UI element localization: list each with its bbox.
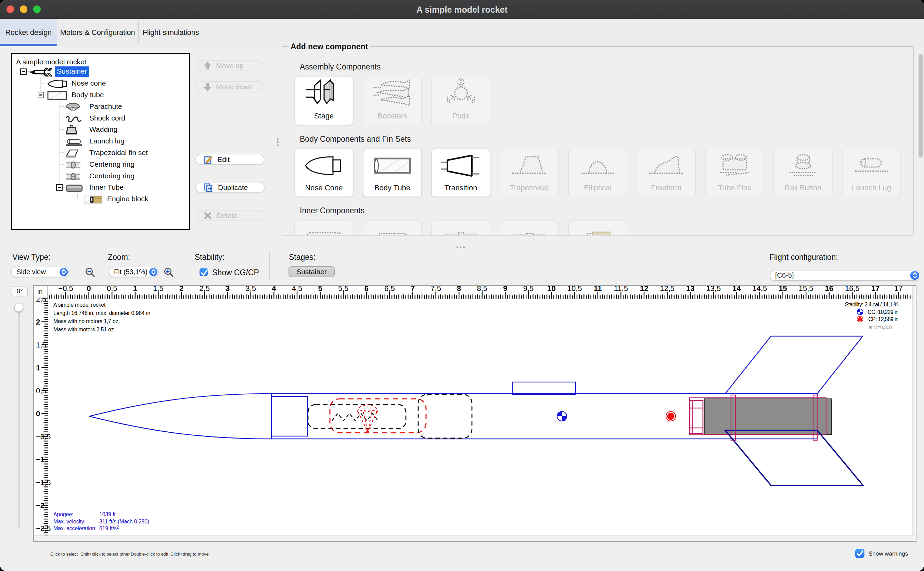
tree-item-shock-cord[interactable]: Shock cord xyxy=(89,113,125,123)
tree-item-label: Trapezoidal fin set xyxy=(89,148,148,157)
show-warnings-checkbox[interactable] xyxy=(855,549,864,558)
flight-stat-value: 619 ft/s2 xyxy=(99,525,119,532)
handle-dot-icon xyxy=(277,145,279,146)
innertube-big-icon xyxy=(305,229,343,235)
delete-button[interactable]: Delete xyxy=(196,210,265,221)
zoom-select-value: Fit (53,1%) xyxy=(109,268,148,276)
tubefins-icon xyxy=(718,152,752,182)
component-card-tube-fins[interactable]: Tube Fins xyxy=(705,148,764,197)
tree-item-inner-tube[interactable]: Inner Tube xyxy=(89,182,123,193)
view-type-label: View Type: xyxy=(12,253,51,262)
tree-root-item[interactable]: A simple model rocket xyxy=(16,58,86,66)
tree-item-sustainer[interactable]: Sustainer xyxy=(55,66,89,77)
engine-block-outline xyxy=(690,401,703,434)
view-type-select-value: Side view xyxy=(12,268,46,276)
tree-expand-handle[interactable] xyxy=(20,68,27,75)
component-card-label: Trapezoidal xyxy=(500,184,558,192)
component-card-nose-cone[interactable]: Nose Cone xyxy=(294,148,354,197)
tab-motors-configuration[interactable]: Motors & Configuration xyxy=(65,19,130,46)
show-cgcp-checkbox[interactable] xyxy=(200,268,208,276)
tab-flight-simulations[interactable]: Flight simulations xyxy=(146,19,196,46)
component-card-label: Body Tube xyxy=(363,184,421,192)
flight-configuration-select[interactable]: [C6-5] xyxy=(770,270,920,281)
component-card-rail-button[interactable]: Rail Button xyxy=(773,148,833,197)
tree-expand-handle[interactable] xyxy=(56,184,63,191)
tab-rocket-design[interactable]: Rocket design xyxy=(0,19,57,46)
component-card-pods[interactable]: Pods xyxy=(431,77,490,125)
canvas-bottom-gutter xyxy=(34,536,916,541)
zoom-select[interactable]: Fit (53,1%) xyxy=(109,267,159,277)
bulkhead-big-icon xyxy=(510,229,548,235)
component-card-label: Rail Button xyxy=(774,184,832,192)
component-card-stage[interactable]: Stage xyxy=(294,77,354,125)
rotation-slider-track[interactable] xyxy=(18,304,20,529)
tree-item-wadding[interactable]: Wadding xyxy=(89,124,117,135)
zoom-out-button[interactable] xyxy=(85,267,95,280)
tree-item-body-tube[interactable]: Body tube xyxy=(71,90,104,100)
component-card-engineblock-big[interactable] xyxy=(568,221,627,235)
move-up-button[interactable]: Move up xyxy=(196,60,265,71)
tree-guide xyxy=(59,100,60,187)
trapezoidal-icon xyxy=(511,153,548,181)
ruler-unit-label: in xyxy=(34,286,48,298)
component-card-transition[interactable]: Transition xyxy=(431,148,490,197)
component-card-innertube-big[interactable] xyxy=(294,221,354,235)
stages-label: Stages: xyxy=(289,253,316,262)
component-card-freeform[interactable]: Freeform xyxy=(636,148,696,197)
zoom-in-button[interactable] xyxy=(163,267,174,280)
tree-guide xyxy=(59,118,64,119)
handle-dot-icon xyxy=(463,247,465,248)
flight-stat-value: 1039 ft xyxy=(99,511,116,518)
rocket-canvas[interactable]: −0,500,511,522,533,544,555,566,577,588,5… xyxy=(33,285,916,542)
cp-readout: CP: 12,589 in xyxy=(868,316,898,323)
flight-stat-label: Apogee: xyxy=(53,511,73,518)
component-card-label: Launch Lug xyxy=(842,184,900,192)
tree-item-label: Nose cone xyxy=(71,79,106,87)
mach-readout: at M=0,300 xyxy=(869,324,892,330)
titlebar: A simple model rocket xyxy=(0,0,924,19)
component-card-centering-big[interactable] xyxy=(431,221,490,235)
stage-toggle-button[interactable]: Sustainer xyxy=(288,266,335,277)
handle-dot-icon xyxy=(456,247,458,248)
scrollbar-thumb[interactable] xyxy=(918,54,923,157)
shockcord-icon xyxy=(65,113,82,126)
component-card-trapezoidal[interactable]: Trapezoidal xyxy=(500,148,559,197)
component-card-elliptical[interactable]: Elliptical xyxy=(568,148,627,197)
tree-item-engine-block[interactable]: Engine block xyxy=(107,193,148,204)
split-handle-icon[interactable] xyxy=(277,138,279,148)
tree-item-centering-ring[interactable]: Centering ring xyxy=(89,159,134,170)
component-card-label: Transition xyxy=(432,184,490,192)
tree-item-launch-lug[interactable]: Launch lug xyxy=(89,136,125,147)
component-card-boosters[interactable]: Boosters xyxy=(363,77,422,125)
split-handle-bottom-icon[interactable] xyxy=(456,247,465,250)
add-component-title: Add new component xyxy=(288,42,370,51)
move-down-button[interactable]: Move down xyxy=(196,81,265,93)
tree-item-parachute[interactable]: Parachute xyxy=(89,101,122,112)
component-card-body-tube[interactable]: Body Tube xyxy=(363,148,422,197)
view-type-select[interactable]: Side view xyxy=(11,267,69,277)
flight-stat-label: Max. velocity: xyxy=(53,519,86,525)
rotation-slider-handle[interactable] xyxy=(14,303,23,312)
rocket-info-line: A simple model rocket xyxy=(53,302,105,308)
centeringring-icon xyxy=(65,159,81,172)
nosecone-big-icon xyxy=(304,156,344,179)
bodytube-big-icon xyxy=(373,157,412,177)
handle-dot-icon xyxy=(277,141,279,143)
component-card-coupler-big[interactable] xyxy=(363,221,422,235)
component-tree: A simple model rocket Sustainer Nose con… xyxy=(11,53,190,230)
popup-chevrons-icon xyxy=(60,268,68,276)
tree-item-nose-cone[interactable]: Nose cone xyxy=(71,78,106,89)
flight-stat-label: Max. acceleration: xyxy=(53,525,97,532)
component-card-launch-lug[interactable]: Launch Lug xyxy=(842,148,901,197)
duplicate-icon xyxy=(203,183,213,192)
tree-expand-handle[interactable] xyxy=(38,92,44,98)
tree-item-label: Centering ring xyxy=(89,160,134,168)
popup-chevrons-icon xyxy=(149,268,157,276)
duplicate-button[interactable]: Duplicate xyxy=(196,182,265,193)
component-card-bulkhead-big[interactable] xyxy=(500,221,559,235)
edit-button[interactable]: Edit xyxy=(196,154,265,165)
fin-upper xyxy=(725,336,863,394)
tree-guide xyxy=(59,106,64,107)
tree-item-centering-ring[interactable]: Centering ring xyxy=(89,170,134,181)
tree-item-trapezoidal-fin-set[interactable]: Trapezoidal fin set xyxy=(89,147,148,158)
